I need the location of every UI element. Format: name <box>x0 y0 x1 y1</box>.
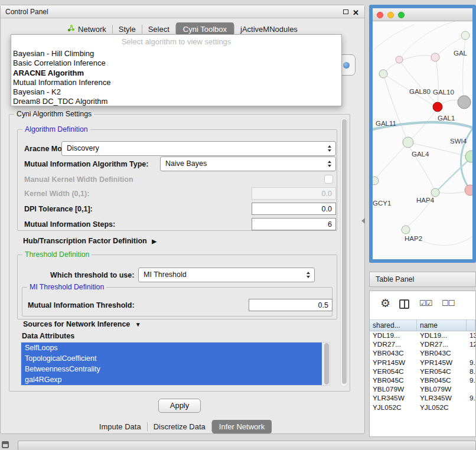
table-row[interactable]: YER054CYER054C8. <box>370 367 475 376</box>
attribute-item[interactable]: BetweennessCentrality <box>21 364 322 374</box>
network-node[interactable] <box>396 56 403 63</box>
table-cell: YLR345W <box>417 394 467 403</box>
table-row[interactable]: YPR145WYPR145W9. <box>370 358 475 367</box>
network-edge[interactable] <box>439 191 467 193</box>
expanded-arrow-icon[interactable]: ▼ <box>135 321 141 328</box>
tab-discretize-data[interactable]: Discretize Data <box>148 420 211 433</box>
show-panel-icon[interactable] <box>2 441 9 448</box>
network-node[interactable] <box>458 96 471 109</box>
aracne-mode-select[interactable]: Discovery <box>61 141 336 156</box>
zoom-traffic-light-icon[interactable] <box>398 12 405 18</box>
table-cell: YBL079W <box>417 385 467 394</box>
data-attributes-list-items: SelfLoopsTopologicalCoefficientBetweenne… <box>21 343 330 385</box>
algorithm-option[interactable]: Bayesian - Hill Climbing <box>11 49 341 58</box>
attribute-item[interactable]: gal4RGexp <box>21 374 322 385</box>
node-label: GAL4 <box>412 151 429 158</box>
network-node[interactable] <box>433 102 442 112</box>
table-cell <box>467 385 475 394</box>
combo-arrows-icon <box>328 145 331 152</box>
table-row[interactable]: YDR27...YDR27...12 <box>370 340 475 349</box>
network-node[interactable] <box>373 177 379 185</box>
algorithm-option[interactable]: Dream8 DC_TDC Algorithm <box>11 97 341 106</box>
node-label: GAL10 <box>433 89 454 96</box>
network-node[interactable] <box>403 137 413 148</box>
network-edge[interactable] <box>376 144 407 178</box>
manual-kernel-width-label: Manual Kernel Width Definition <box>24 175 133 184</box>
minimize-traffic-light-icon[interactable] <box>387 12 394 18</box>
algorithm-option[interactable]: Mutual Information Inference <box>11 78 341 87</box>
table-panel-titlebar[interactable]: Table Panel <box>369 272 476 287</box>
network-node[interactable] <box>431 53 439 61</box>
mi-algorithm-type-select[interactable]: Naive Bayes <box>160 156 336 171</box>
table-cell: YER054C <box>417 367 467 376</box>
attributes-scrollbar-thumb[interactable] <box>324 343 329 384</box>
network-edge[interactable] <box>399 60 436 104</box>
table-row[interactable]: YBL079WYBL079W <box>370 385 475 394</box>
network-node[interactable] <box>461 31 470 40</box>
algorithm-definition-title: Algorithm Definition <box>22 125 90 133</box>
network-edge[interactable] <box>383 74 407 139</box>
column-header-partial[interactable] <box>467 320 475 331</box>
network-window-titlebar[interactable] <box>373 8 472 21</box>
splitter-collapse-icon[interactable] <box>361 218 365 224</box>
algorithm-dropdown-popup: Select algorithm to view settings Bayesi… <box>11 34 342 106</box>
unchecked-boxes-icon[interactable]: ☐☐ <box>442 299 454 308</box>
table-row[interactable]: YLR345WYLR345W9. <box>370 394 475 403</box>
network-node[interactable] <box>431 188 439 197</box>
attributes-scrollbar[interactable] <box>322 343 330 385</box>
apply-button[interactable]: Apply <box>158 399 201 413</box>
network-edge[interactable] <box>399 21 455 60</box>
table-cell: YDR27... <box>417 340 467 349</box>
kernel-width-field[interactable] <box>252 187 336 200</box>
dpi-tolerance-field[interactable] <box>252 203 336 215</box>
network-canvas[interactable]: GALGAL80GAL10GAL11GAL1SWI4GAL4GCY1HAP4HA… <box>373 21 472 259</box>
which-threshold-select[interactable]: MI Threshold <box>138 268 315 282</box>
table-row[interactable]: YBR043CYBR043C <box>370 349 475 358</box>
column-layout-icon[interactable] <box>399 299 409 309</box>
aracne-mode-value: Discovery <box>67 144 99 152</box>
network-node[interactable] <box>402 226 410 234</box>
algorithm-option[interactable]: ARACNE Algorithm <box>11 69 341 78</box>
mi-steps-field[interactable] <box>252 218 336 230</box>
column-header-shared-name[interactable]: shared... <box>370 320 417 331</box>
network-edge[interactable] <box>383 56 435 74</box>
collapsed-arrow-icon[interactable]: ▶ <box>152 238 157 244</box>
algorithm-option[interactable]: Bayesian - K2 <box>11 87 341 97</box>
close-icon[interactable]: ✕ <box>353 6 359 19</box>
table-cell: 9. <box>467 376 475 385</box>
table-cell <box>467 403 475 412</box>
table-row[interactable]: YJL052CYJL052C <box>370 403 475 412</box>
manual-kernel-width-checkbox[interactable] <box>324 175 333 184</box>
settings-scrollbar[interactable] <box>340 118 348 387</box>
settings-scrollbar-thumb[interactable] <box>342 119 347 384</box>
network-edge[interactable] <box>435 57 438 104</box>
table-row[interactable]: YBR045CYBR045C9. <box>370 376 475 385</box>
help-icon <box>343 62 350 69</box>
mi-threshold-field[interactable] <box>249 299 332 311</box>
float-window-icon[interactable] <box>343 9 348 14</box>
node-label: GAL11 <box>376 120 396 127</box>
data-attributes-list[interactable]: SelfLoopsTopologicalCoefficientBetweenne… <box>21 342 330 386</box>
attribute-item[interactable]: TopologicalCoefficient <box>21 353 322 364</box>
sources-section[interactable]: Sources for Network Inference ▼ <box>23 320 141 328</box>
algorithm-option[interactable]: Basic Correlation Inference <box>11 58 341 68</box>
table-toolbar: ⚙ ☑☑ ☐☐ <box>370 291 475 319</box>
close-traffic-light-icon[interactable] <box>377 12 383 18</box>
table-cell: YBR043C <box>370 349 417 358</box>
hub-definition-section[interactable]: Hub/Transcription Factor Definition ▶ <box>23 237 157 245</box>
network-node[interactable] <box>379 70 387 78</box>
network-edge[interactable] <box>462 38 465 104</box>
network-edge[interactable] <box>373 25 414 51</box>
table-header: shared... name <box>370 319 475 331</box>
checked-boxes-icon[interactable]: ☑☑ <box>419 299 432 308</box>
network-node[interactable] <box>465 151 472 162</box>
control-panel-titlebar[interactable]: Control Panel ✕ <box>1 5 364 18</box>
column-header-name[interactable]: name <box>417 320 467 331</box>
table-cell: YLR345W <box>370 394 417 403</box>
tab-impute-data[interactable]: Impute Data <box>93 420 147 433</box>
network-node[interactable] <box>465 185 472 195</box>
table-row[interactable]: YDL19...YDL19...13 <box>370 331 475 340</box>
attribute-item[interactable]: SelfLoops <box>21 343 322 353</box>
settings-gear-icon[interactable]: ⚙ <box>380 296 390 310</box>
tab-infer-network[interactable]: Infer Network <box>212 420 272 433</box>
